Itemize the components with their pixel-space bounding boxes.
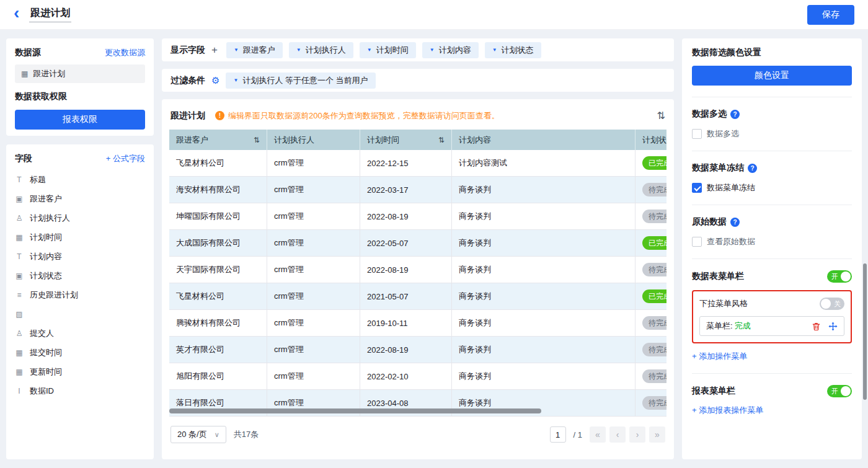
table-row: 腾骏材料有限公司 crm管理 2019-10-11 商务谈判 待完成: [169, 310, 666, 337]
raw-data-label: 查看原始数据: [707, 236, 755, 247]
table-header-cell[interactable]: 计划执行人: [267, 130, 360, 150]
cell-customer: 腾骏材料有限公司: [169, 310, 267, 336]
field-label: 提交时间: [30, 347, 62, 358]
dropdown-triangle-icon: ▼: [233, 77, 238, 83]
cell-date: 2022-08-19: [360, 203, 452, 229]
field-chip[interactable]: ▼ 计划内容: [422, 42, 479, 58]
last-page-button[interactable]: »: [649, 426, 665, 443]
cell-customer: 飞星材料公司: [169, 283, 267, 309]
sort-order-icon[interactable]: ⇅: [657, 110, 665, 121]
column-label: 计划状态: [642, 135, 666, 146]
cell-executor: crm管理: [267, 363, 360, 389]
field-list-item[interactable]: ♙ 提交人: [15, 324, 145, 343]
page-title[interactable]: 跟进计划: [29, 7, 71, 22]
datasource-item[interactable]: ▦ 跟进计划: [15, 64, 145, 83]
report-menu-toggle[interactable]: 开: [827, 385, 852, 397]
vertical-scrollbar[interactable]: [863, 263, 867, 400]
current-page-input[interactable]: 1: [550, 426, 566, 443]
raw-data-checkbox[interactable]: [692, 237, 702, 247]
move-icon[interactable]: [828, 322, 838, 331]
back-icon[interactable]: ‹: [14, 4, 19, 22]
menu-bar-item[interactable]: 菜单栏: 完成: [699, 316, 844, 336]
field-chip[interactable]: ▼ 计划时间: [360, 42, 416, 58]
multi-select-checkbox[interactable]: [692, 129, 702, 139]
field-chip[interactable]: ▼ 计划执行人: [289, 42, 353, 58]
dropdown-style-toggle[interactable]: 关: [820, 298, 844, 310]
field-list-item[interactable]: ▦ 计划时间: [15, 227, 145, 247]
help-icon[interactable]: ?: [730, 110, 740, 119]
color-setting-button[interactable]: 颜色设置: [692, 66, 852, 86]
field-list-item[interactable]: ♙ 计划执行人: [15, 208, 145, 227]
add-formula-field-link[interactable]: + 公式字段: [106, 153, 145, 164]
filter-bar: 过滤条件 ⚙ ▼ 计划执行人 等于任意一个 当前用户: [162, 69, 674, 92]
field-list-item[interactable]: ▣ 跟进客户: [15, 189, 145, 208]
table-header-cell[interactable]: 计划状态: [636, 130, 666, 150]
table-header-cell[interactable]: 计划内容: [452, 130, 636, 150]
pager: 1 / 1 « ‹ › »: [550, 426, 665, 443]
column-label: 计划内容: [459, 135, 491, 146]
field-list-item[interactable]: ▣ 计划状态: [15, 266, 145, 285]
cell-content: 商务谈判: [452, 257, 636, 283]
change-datasource-link[interactable]: 更改数据源: [105, 47, 145, 58]
gear-icon[interactable]: ⚙: [211, 75, 219, 86]
table-row: 旭阳有限公司 crm管理 2022-02-10 商务谈判 待完成: [169, 363, 666, 390]
field-label: 提交人: [30, 328, 54, 339]
field-label: 计划内容: [30, 251, 62, 262]
chip-label: 计划执行人: [306, 45, 346, 56]
text-icon: T: [15, 252, 24, 261]
next-page-button[interactable]: ›: [629, 426, 645, 443]
cell-status: 待完成: [636, 337, 666, 363]
field-list-item[interactable]: T 标题: [15, 170, 145, 189]
cell-date: 2021-05-07: [360, 283, 452, 309]
column-label: 计划执行人: [274, 135, 314, 146]
first-page-button[interactable]: «: [590, 426, 606, 443]
field-list-item[interactable]: ≡ 历史跟进计划: [15, 285, 145, 304]
field-list-item[interactable]: T 计划内容: [15, 247, 145, 266]
id-icon: I: [15, 387, 24, 395]
column-sort-icon[interactable]: ⇅: [254, 136, 260, 144]
table-row: 天宇国际有限公司 crm管理 2022-08-19 商务谈判 待完成: [169, 257, 666, 283]
cell-status: 已完成: [636, 283, 666, 309]
table-row: 大成国际有限公司 crm管理 2022-05-07 商务谈判 已完成: [169, 230, 666, 257]
add-action-menu-link[interactable]: + 添加操作菜单: [692, 351, 747, 362]
field-chip[interactable]: ▼ 跟进客户: [226, 42, 283, 58]
delete-icon[interactable]: [812, 322, 821, 331]
column-sort-icon[interactable]: ⇅: [438, 136, 445, 144]
permission-title: 数据获取权限: [15, 91, 145, 102]
cell-customer: 飞星材料公司: [169, 150, 267, 176]
cell-status: 待完成: [636, 310, 666, 336]
filter-chips: ▼ 计划执行人 等于任意一个 当前用户: [226, 73, 375, 89]
display-field-chips: ▼ 跟进客户 ▼ 计划执行人 ▼ 计划时间 ▼ 计划内容 ▼ 计划状态: [226, 42, 541, 58]
table-header-cell[interactable]: 跟进客户 ⇅: [169, 130, 267, 150]
prev-page-button[interactable]: ‹: [609, 426, 626, 443]
datasource-panel: 数据源 更改数据源 ▦ 跟进计划 数据获取权限 报表权限: [6, 38, 154, 136]
field-list-item[interactable]: ▦ 更新时间: [15, 362, 145, 381]
save-button[interactable]: 保存: [807, 5, 854, 25]
field-list-item[interactable]: I 数据ID: [15, 381, 145, 400]
fields-title: 字段: [15, 153, 32, 164]
page-size-select[interactable]: 20 条/页 ∨: [170, 426, 226, 443]
help-icon[interactable]: ?: [730, 218, 740, 227]
divider: [692, 151, 852, 151]
field-label: 更新时间: [30, 366, 62, 377]
report-permission-button[interactable]: 报表权限: [15, 110, 145, 130]
table-menu-toggle[interactable]: 开: [827, 270, 852, 283]
field-label: 计划时间: [30, 232, 62, 243]
horizontal-scrollbar[interactable]: [169, 408, 541, 413]
cell-status: 已完成: [636, 230, 666, 256]
field-label: 跟进客户: [30, 193, 62, 205]
field-chip[interactable]: ▼ 计划状态: [485, 42, 541, 58]
divider: [692, 373, 852, 374]
chip-label: 计划时间: [376, 45, 409, 56]
add-display-field-icon[interactable]: +: [211, 44, 218, 56]
field-list-item[interactable]: ▦ 提交时间: [15, 343, 145, 362]
menu-freeze-checkbox[interactable]: [692, 183, 702, 193]
filter-condition-chip[interactable]: ▼ 计划执行人 等于任意一个 当前用户: [226, 73, 375, 89]
cell-status: 待完成: [636, 203, 666, 229]
main-area: 显示字段 + ▼ 跟进客户 ▼ 计划执行人 ▼ 计划时间 ▼ 计划内容 ▼ 计划…: [162, 38, 674, 459]
table-icon: ▦: [21, 69, 28, 78]
help-icon[interactable]: ?: [748, 164, 757, 173]
field-list-item[interactable]: ▨: [15, 304, 145, 324]
add-report-action-link[interactable]: + 添加报表操作菜单: [692, 405, 763, 416]
table-header-cell[interactable]: 计划时间 ⇅: [360, 130, 452, 150]
